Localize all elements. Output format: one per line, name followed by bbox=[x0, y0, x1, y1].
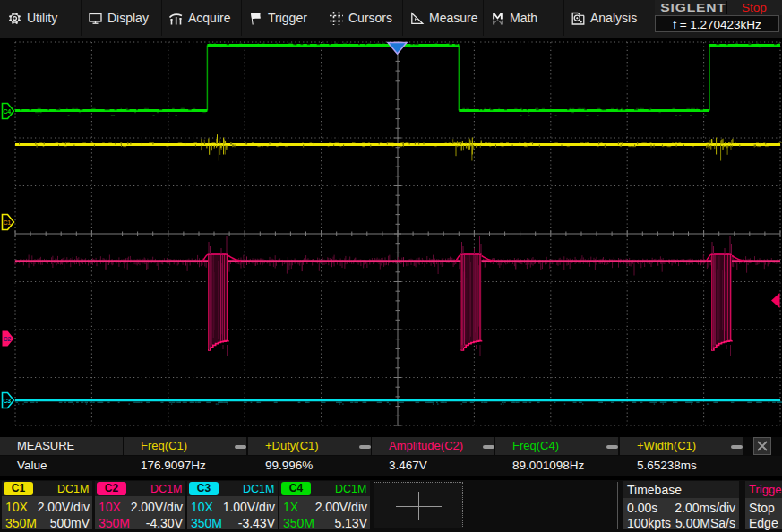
svg-text:C4: C4 bbox=[3, 108, 11, 115]
svg-text:C3: C3 bbox=[3, 398, 11, 404]
svg-text:C2: C2 bbox=[3, 336, 11, 342]
svg-text:C1: C1 bbox=[3, 219, 11, 226]
